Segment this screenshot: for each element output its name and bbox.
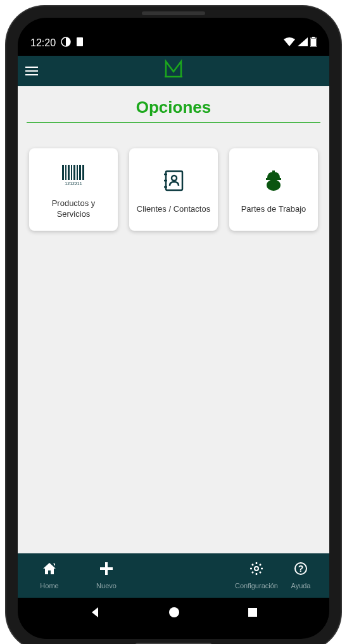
nav-ayuda[interactable]: ? Ayuda xyxy=(279,562,323,589)
svg-rect-4 xyxy=(311,39,316,46)
svg-rect-7 xyxy=(65,165,66,180)
phone-frame: 12:20 xyxy=(6,6,341,644)
svg-rect-9 xyxy=(71,165,72,180)
svg-rect-12 xyxy=(79,165,81,180)
help-icon: ? xyxy=(294,562,308,578)
svg-rect-6 xyxy=(62,165,64,180)
system-home-button[interactable] xyxy=(168,606,180,621)
svg-rect-10 xyxy=(73,165,75,180)
options-grid: 1212211 Productos y Servicios xyxy=(27,148,320,231)
card-partes-trabajo[interactable]: Partes de Trabajo xyxy=(229,148,318,231)
svg-rect-3 xyxy=(312,37,315,38)
card-productos-servicios[interactable]: 1212211 Productos y Servicios xyxy=(29,148,118,231)
svg-rect-8 xyxy=(68,165,70,180)
home-icon xyxy=(42,562,57,578)
svg-rect-1 xyxy=(77,37,83,46)
system-recent-button[interactable] xyxy=(247,607,258,621)
plus-icon xyxy=(99,562,113,578)
svg-point-21 xyxy=(267,179,281,191)
svg-rect-28 xyxy=(248,608,257,617)
status-icon-card xyxy=(76,37,84,49)
svg-rect-13 xyxy=(82,165,84,180)
nav-nuevo[interactable]: Nuevo xyxy=(84,562,129,589)
svg-text:1212211: 1212211 xyxy=(65,181,82,186)
nav-label: Home xyxy=(40,582,58,589)
barcode-icon: 1212211 xyxy=(61,159,86,191)
system-nav xyxy=(18,598,329,629)
svg-rect-20 xyxy=(272,171,275,174)
svg-point-16 xyxy=(172,176,177,181)
card-label: Partes de Trabajo xyxy=(241,204,306,215)
phone-screen: 12:20 xyxy=(18,18,329,639)
nav-label: Ayuda xyxy=(291,582,311,589)
page-title: Opciones xyxy=(27,98,320,123)
status-right xyxy=(284,37,317,49)
status-time: 12:20 xyxy=(30,37,56,49)
wifi-icon xyxy=(284,37,295,49)
app-logo xyxy=(163,59,184,84)
card-clientes-contactos[interactable]: Clientes / Contactos xyxy=(129,148,218,231)
svg-text:?: ? xyxy=(298,564,304,574)
phone-speaker xyxy=(142,11,205,15)
nav-label: Nuevo xyxy=(96,582,117,589)
signal-icon xyxy=(298,37,308,49)
card-label: Clientes / Contactos xyxy=(137,204,210,215)
menu-button[interactable] xyxy=(25,67,38,75)
worker-icon xyxy=(263,165,284,196)
nav-label: Configuración xyxy=(235,582,278,589)
svg-rect-23 xyxy=(100,567,113,570)
content-area: Opciones 1 xyxy=(18,86,329,553)
system-back-button[interactable] xyxy=(89,606,101,621)
battery-icon xyxy=(310,37,317,49)
svg-point-24 xyxy=(255,567,258,570)
svg-point-27 xyxy=(169,607,179,617)
app-bar xyxy=(18,56,329,86)
bottom-nav: Home Nuevo Configuración ? Ayuda xyxy=(18,553,329,598)
svg-rect-11 xyxy=(77,165,78,180)
gear-icon xyxy=(249,562,263,578)
status-bar: 12:20 xyxy=(18,30,329,56)
contacts-icon xyxy=(162,165,185,196)
status-icon-circle xyxy=(61,37,71,49)
nav-configuracion[interactable]: Configuración xyxy=(234,562,279,589)
status-left: 12:20 xyxy=(30,37,84,49)
card-label: Productos y Servicios xyxy=(34,198,113,220)
nav-home[interactable]: Home xyxy=(27,562,72,589)
